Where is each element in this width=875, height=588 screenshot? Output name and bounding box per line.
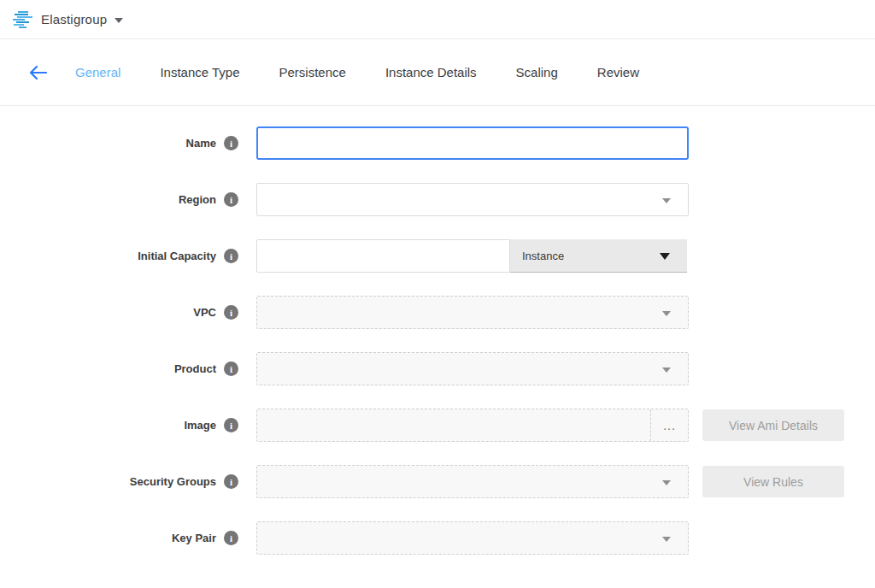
product-caret-icon (662, 368, 671, 373)
capacity-unit-value: Instance (522, 250, 564, 262)
vpc-label: VPC (193, 306, 216, 319)
key-pair-label: Key Pair (172, 532, 216, 544)
image-value (257, 409, 650, 441)
initial-capacity-input[interactable] (256, 239, 510, 273)
name-row: Name i (0, 126, 875, 160)
general-settings-form: Name i Region i Initial Capacity i Insta… (0, 106, 875, 555)
product-label: Product (174, 362, 216, 375)
image-input-group: ... (256, 409, 689, 442)
view-rules-button[interactable]: View Rules (702, 466, 844, 497)
elastigroup-logo-icon (12, 10, 34, 29)
initial-capacity-label: Initial Capacity (138, 250, 216, 262)
initial-capacity-row: Initial Capacity i Instance (0, 239, 875, 273)
tab-persistence[interactable]: Persistence (279, 65, 346, 79)
name-info-icon[interactable]: i (224, 136, 238, 150)
tab-scaling[interactable]: Scaling (516, 65, 558, 79)
initial-capacity-info-icon[interactable]: i (224, 249, 238, 263)
back-arrow-icon (28, 65, 47, 80)
tab-instance-type[interactable]: Instance Type (160, 65, 239, 79)
top-bar: Elastigroup (0, 0, 875, 39)
image-info-icon[interactable]: i (224, 418, 238, 432)
product-row: Product i (0, 352, 875, 385)
capacity-unit-caret-icon (660, 253, 670, 260)
vpc-info-icon[interactable]: i (224, 305, 238, 320)
image-label: Image (184, 419, 216, 432)
name-label: Name (186, 137, 216, 150)
back-button[interactable] (0, 65, 75, 80)
vpc-row: VPC i (0, 296, 875, 329)
security-groups-label: Security Groups (130, 475, 216, 488)
security-groups-row: Security Groups i View Rules (0, 465, 875, 498)
name-input-wrapper (256, 126, 689, 160)
tab-review[interactable]: Review (597, 65, 639, 79)
product-info-icon[interactable]: i (224, 362, 238, 376)
name-input[interactable] (258, 128, 687, 158)
region-info-icon[interactable]: i (224, 192, 238, 207)
security-groups-caret-icon (662, 480, 671, 485)
product-select (256, 352, 689, 385)
initial-capacity-group: Instance (256, 239, 687, 273)
security-groups-select (256, 465, 689, 498)
key-pair-info-icon[interactable]: i (224, 531, 238, 545)
security-groups-info-icon[interactable]: i (224, 474, 238, 489)
app-switcher-label[interactable]: Elastigroup (41, 12, 107, 26)
region-label: Region (179, 193, 216, 206)
key-pair-row: Key Pair i (0, 521, 875, 555)
wizard-tab-bar: General Instance Type Persistence Instan… (0, 39, 875, 106)
tab-instance-details[interactable]: Instance Details (385, 65, 477, 79)
key-pair-select (256, 521, 689, 555)
app-switcher-caret-icon[interactable] (115, 18, 123, 23)
tab-general[interactable]: General (75, 65, 120, 79)
region-row: Region i (0, 183, 875, 216)
capacity-unit-select[interactable]: Instance (510, 239, 687, 273)
region-caret-icon (662, 198, 671, 203)
image-row: Image i ... View Ami Details (0, 409, 875, 442)
view-ami-details-button[interactable]: View Ami Details (702, 409, 844, 441)
image-browse-button[interactable]: ... (650, 409, 688, 441)
region-select[interactable] (256, 183, 689, 216)
vpc-caret-icon (662, 311, 671, 316)
key-pair-caret-icon (662, 537, 671, 542)
vpc-select (256, 296, 689, 329)
